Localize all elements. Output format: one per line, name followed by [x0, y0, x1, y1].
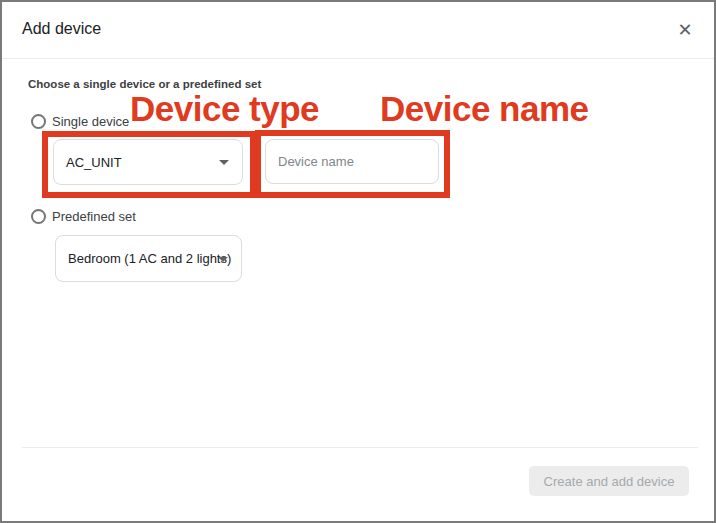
device-name-input[interactable] — [265, 139, 439, 184]
single-device-radio-row[interactable]: Single device — [31, 114, 129, 129]
predefined-set-radio-icon[interactable] — [31, 209, 46, 224]
predefined-set-radio-row[interactable]: Predefined set — [31, 209, 136, 224]
device-type-dropdown[interactable]: AC_UNIT — [53, 139, 243, 185]
dialog-title: Add device — [22, 20, 101, 38]
caret-down-icon — [219, 160, 229, 165]
single-device-radio-icon[interactable] — [31, 114, 46, 129]
device-type-dropdown-value: AC_UNIT — [66, 155, 122, 170]
section-label: Choose a single device or a predefined s… — [28, 78, 261, 90]
single-device-radio-label: Single device — [52, 114, 129, 129]
annotation-device-type-label: Device type — [130, 90, 319, 128]
caret-down-icon — [218, 257, 228, 262]
dialog-header: Add device ✕ — [2, 2, 714, 59]
annotation-device-name-label: Device name — [380, 90, 589, 128]
footer-divider — [22, 447, 698, 448]
create-and-add-device-button[interactable]: Create and add device — [529, 466, 689, 496]
predefined-set-dropdown[interactable]: Bedroom (1 AC and 2 lights) — [55, 235, 242, 282]
close-icon[interactable]: ✕ — [674, 19, 696, 41]
predefined-set-radio-label: Predefined set — [52, 209, 136, 224]
add-device-dialog: Add device ✕ Choose a single device or a… — [0, 0, 716, 523]
predefined-set-dropdown-value: Bedroom (1 AC and 2 lights) — [68, 251, 231, 266]
